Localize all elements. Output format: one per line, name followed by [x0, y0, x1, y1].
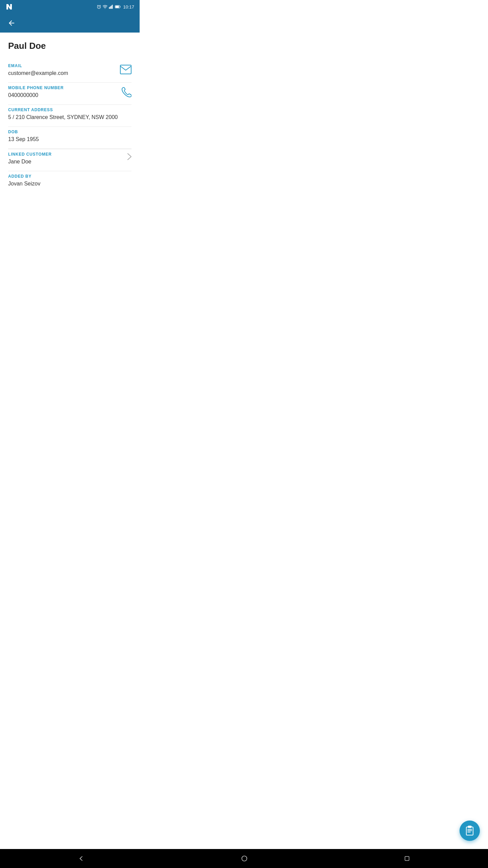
added-by-field-content: ADDED BY Jovan Seizov: [8, 174, 131, 187]
added-by-label: ADDED BY: [8, 174, 131, 179]
back-arrow-icon: [7, 19, 16, 27]
wifi-icon: [103, 4, 107, 9]
address-field-content: CURRENT ADDRESS 5 / 210 Clarence Street,…: [8, 107, 131, 120]
added-by-field-row: ADDED BY Jovan Seizov: [8, 171, 131, 193]
chevron-right-icon: [117, 152, 131, 160]
phone-field-row: MOBILE PHONE NUMBER 0400000000: [8, 83, 131, 105]
main-content: Paul Doe EMAIL customer@example.com MOBI…: [0, 33, 140, 193]
dob-label: DOB: [8, 130, 131, 134]
signal-icon: [109, 4, 114, 9]
email-icon-container: [117, 63, 131, 74]
status-bar-logo-area: [5, 3, 13, 11]
linked-customer-field-content: LINKED CUSTOMER Jane Doe: [8, 152, 117, 165]
alarm-icon: [97, 4, 101, 9]
address-field-row: CURRENT ADDRESS 5 / 210 Clarence Street,…: [8, 105, 131, 127]
linked-customer-row[interactable]: LINKED CUSTOMER Jane Doe: [8, 149, 131, 171]
linked-customer-label: LINKED CUSTOMER: [8, 152, 117, 157]
dob-field-content: DOB 13 Sep 1955: [8, 130, 131, 142]
app-logo-icon: [5, 3, 13, 11]
phone-icon-container: [117, 85, 131, 98]
svg-point-1: [105, 8, 106, 9]
added-by-value: Jovan Seizov: [8, 181, 131, 187]
dob-value: 13 Sep 1955: [8, 136, 131, 142]
svg-rect-7: [116, 6, 119, 8]
linked-customer-value: Jane Doe: [8, 159, 117, 165]
email-envelope-icon: [120, 65, 131, 74]
svg-rect-3: [110, 6, 111, 9]
svg-rect-8: [120, 65, 131, 74]
phone-field-content: MOBILE PHONE NUMBER 0400000000: [8, 85, 117, 98]
phone-value: 0400000000: [8, 92, 117, 98]
email-field-content: EMAIL customer@example.com: [8, 63, 117, 76]
nav-bar: [0, 14, 140, 33]
svg-rect-5: [112, 5, 113, 9]
address-label: CURRENT ADDRESS: [8, 107, 131, 112]
email-field-row: EMAIL customer@example.com: [8, 61, 131, 83]
address-value: 5 / 210 Clarence Street, SYDNEY, NSW 200…: [8, 114, 131, 120]
svg-rect-4: [111, 6, 112, 9]
back-button[interactable]: [5, 17, 18, 29]
status-bar-time: 10:17: [123, 4, 134, 9]
email-label: EMAIL: [8, 63, 117, 68]
email-value: customer@example.com: [8, 70, 117, 76]
status-bar-right: 10:17: [97, 4, 134, 9]
phone-label: MOBILE PHONE NUMBER: [8, 85, 117, 90]
phone-icon: [121, 87, 131, 98]
contact-name: Paul Doe: [8, 41, 131, 51]
svg-rect-2: [109, 7, 110, 9]
status-icons: [97, 4, 121, 9]
battery-icon: [115, 5, 121, 9]
dob-field-row: DOB 13 Sep 1955: [8, 127, 131, 149]
status-bar: 10:17: [0, 0, 140, 14]
